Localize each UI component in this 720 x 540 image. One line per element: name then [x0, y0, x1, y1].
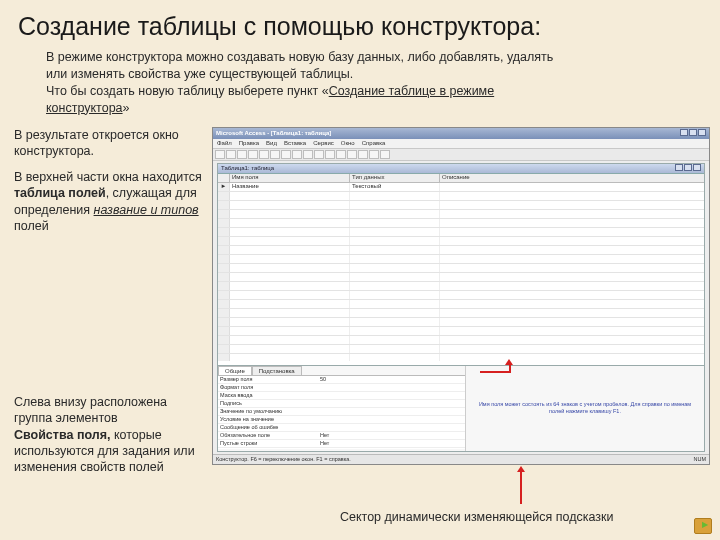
toolbar-button[interactable]	[336, 150, 346, 159]
prop-label: Маска ввода	[218, 392, 318, 399]
menu-window[interactable]: Окно	[341, 140, 355, 146]
prop-value[interactable]: 50	[318, 376, 465, 383]
prop-value[interactable]	[318, 416, 465, 423]
prop-row[interactable]: Условие на значение	[218, 416, 465, 424]
prop-row[interactable]: Сообщение об ошибке	[218, 424, 465, 432]
status-left: Конструктор. F6 = переключение окон. F1 …	[216, 456, 351, 462]
menubar[interactable]: Файл Правка Вид Вставка Сервис Окно Спра…	[213, 139, 709, 149]
prop-row[interactable]: Подпись	[218, 400, 465, 408]
prop-row[interactable]: Пустые строкиНет	[218, 440, 465, 448]
left-p3: Слева внизу расположена группа элементов…	[14, 394, 204, 475]
table-row[interactable]	[218, 273, 704, 282]
table-row[interactable]	[218, 201, 704, 210]
window-buttons[interactable]	[679, 129, 706, 137]
prop-label: Пустые строки	[218, 440, 318, 447]
prop-row[interactable]: Значение по умолчанию	[218, 408, 465, 416]
tab-lookup[interactable]: Подстановка	[252, 366, 302, 375]
toolbar-button[interactable]	[347, 150, 357, 159]
table-row[interactable]	[218, 219, 704, 228]
col-name: Имя поля	[230, 174, 350, 182]
toolbar-button[interactable]	[226, 150, 236, 159]
prop-label: Условие на значение	[218, 416, 318, 423]
table-row[interactable]	[218, 318, 704, 327]
prop-value[interactable]	[318, 384, 465, 391]
prop-value[interactable]	[318, 424, 465, 431]
intro-link-line1: Создание таблице в режиме	[329, 84, 494, 98]
dynamic-hint: Имя поля может состоять из 64 знаков с у…	[466, 366, 704, 451]
table-row[interactable]	[218, 291, 704, 300]
menu-view[interactable]: Вид	[266, 140, 277, 146]
designer-window-buttons[interactable]	[674, 164, 701, 172]
toolbar-button[interactable]	[270, 150, 280, 159]
prop-label: Подпись	[218, 400, 318, 407]
table-row[interactable]: ► Название Текстовый	[218, 183, 704, 192]
table-row[interactable]	[218, 264, 704, 273]
table-row[interactable]	[218, 327, 704, 336]
table-row[interactable]	[218, 237, 704, 246]
app-titlebar: Microsoft Access - [Таблица1: таблица]	[213, 128, 709, 139]
table-row[interactable]	[218, 228, 704, 237]
toolbar-button[interactable]	[281, 150, 291, 159]
toolbar-button[interactable]	[314, 150, 324, 159]
menu-edit[interactable]: Правка	[239, 140, 259, 146]
toolbar-button[interactable]	[215, 150, 225, 159]
prop-value[interactable]	[318, 400, 465, 407]
table-row[interactable]	[218, 192, 704, 201]
toolbar-button[interactable]	[292, 150, 302, 159]
col-type: Тип данных	[350, 174, 440, 182]
intro-line2: или изменять свойства уже существующей т…	[46, 67, 353, 81]
table-row[interactable]	[218, 336, 704, 345]
prop-value[interactable]: Нет	[318, 432, 465, 439]
left-p3a: Слева внизу расположена группа элементов	[14, 395, 167, 425]
left-p2a: В верхней части окна находится	[14, 170, 202, 184]
prop-value[interactable]: Нет	[318, 440, 465, 447]
field-grid-header: Имя поля Тип данных Описание	[218, 174, 704, 183]
table-row[interactable]	[218, 354, 704, 361]
menu-help[interactable]: Справка	[362, 140, 386, 146]
intro-line4b: »	[123, 101, 130, 115]
table-row[interactable]	[218, 246, 704, 255]
table-row[interactable]	[218, 345, 704, 354]
intro-line3a: Что бы создать новую таблицу выберете пу…	[46, 84, 329, 98]
next-slide-icon[interactable]	[694, 518, 712, 534]
prop-value[interactable]	[318, 392, 465, 399]
prop-label: Размер поля	[218, 376, 318, 383]
field-properties-panel: Общие Подстановка Размер поля50 Формат п…	[218, 365, 704, 451]
prop-value[interactable]	[318, 408, 465, 415]
toolbar-button[interactable]	[358, 150, 368, 159]
left-p2: В верхней части окна находится таблица п…	[14, 169, 204, 234]
tab-general[interactable]: Общие	[218, 366, 252, 375]
toolbar-button[interactable]	[303, 150, 313, 159]
prop-row[interactable]: Маска ввода	[218, 392, 465, 400]
menu-tools[interactable]: Сервис	[313, 140, 334, 146]
menu-insert[interactable]: Вставка	[284, 140, 306, 146]
props-tabs[interactable]: Общие Подстановка	[218, 366, 465, 375]
table-row[interactable]	[218, 210, 704, 219]
toolbar-button[interactable]	[380, 150, 390, 159]
prop-row[interactable]: Формат поля	[218, 384, 465, 392]
col-desc: Описание	[440, 174, 704, 182]
toolbar-button[interactable]	[248, 150, 258, 159]
table-row[interactable]	[218, 282, 704, 291]
prop-row[interactable]: Размер поля50	[218, 376, 465, 384]
prop-label: Сообщение об ошибке	[218, 424, 318, 431]
intro-paragraph: В режиме конструктора можно создавать но…	[0, 47, 720, 119]
cell-type[interactable]: Текстовый	[350, 183, 440, 191]
left-p3b: Свойства поля,	[14, 428, 110, 442]
table-row[interactable]	[218, 300, 704, 309]
props-list[interactable]: Размер поля50 Формат поля Маска ввода По…	[218, 375, 465, 449]
cell-name[interactable]: Название	[230, 183, 350, 191]
menu-file[interactable]: Файл	[217, 140, 232, 146]
toolbar-button[interactable]	[369, 150, 379, 159]
table-row[interactable]	[218, 255, 704, 264]
toolbar[interactable]	[213, 149, 709, 161]
toolbar-button[interactable]	[237, 150, 247, 159]
field-grid-body[interactable]: ► Название Текстовый	[218, 183, 704, 361]
left-p2b: таблица полей	[14, 186, 106, 200]
table-row[interactable]	[218, 309, 704, 318]
prop-row[interactable]: Обязательное полеНет	[218, 432, 465, 440]
intro-link-line2: конструктора	[46, 101, 123, 115]
arrow-to-field-grid	[480, 371, 510, 373]
toolbar-button[interactable]	[259, 150, 269, 159]
toolbar-button[interactable]	[325, 150, 335, 159]
